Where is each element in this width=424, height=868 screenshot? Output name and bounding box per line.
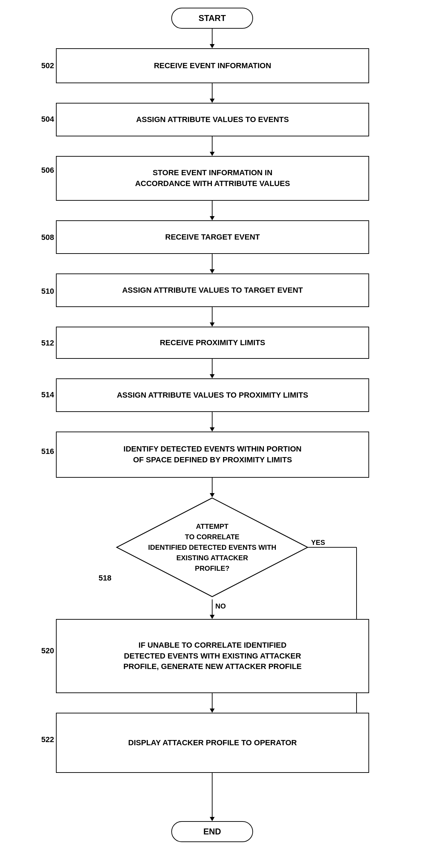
- svg-marker-14: [210, 322, 215, 327]
- svg-marker-8: [210, 152, 215, 156]
- step-522-box: DISPLAY ATTACKER PROFILE TO OPERATOR: [56, 713, 369, 773]
- step-520-box: IF UNABLE TO CORRELATE IDENTIFIEDDETECTE…: [56, 619, 369, 693]
- yes-label: YES: [311, 539, 325, 547]
- step-506-text: STORE EVENT INFORMATION INACCORDANCE WIT…: [135, 168, 290, 189]
- svg-marker-6: [210, 99, 215, 103]
- start-text: START: [199, 13, 226, 23]
- step-label-520: 520: [41, 646, 54, 655]
- main-flowchart: START 502 RECEIVE EVENT INFORMATION 504 …: [0, 0, 424, 868]
- step-522-text: DISPLAY ATTACKER PROFILE TO OPERATOR: [128, 738, 297, 748]
- step-label-508: 508: [41, 233, 54, 242]
- end-text: END: [203, 827, 221, 837]
- step-504-text: ASSIGN ATTRIBUTE VALUES TO EVENTS: [136, 114, 289, 125]
- svg-marker-22: [210, 615, 215, 619]
- svg-marker-16: [210, 374, 215, 378]
- step-label-514: 514: [41, 390, 54, 399]
- svg-marker-26: [210, 817, 215, 821]
- svg-marker-18: [210, 427, 215, 432]
- step-518-text: ATTEMPTTO CORRELATEIDENTIFIED DETECTED E…: [117, 498, 308, 597]
- svg-marker-4: [210, 44, 215, 48]
- step-512-box: RECEIVE PROXIMITY LIMITS: [56, 327, 369, 359]
- step-520-text: IF UNABLE TO CORRELATE IDENTIFIEDDETECTE…: [123, 640, 302, 672]
- step-510-box: ASSIGN ATTRIBUTE VALUES TO TARGET EVENT: [56, 273, 369, 307]
- step-label-504: 504: [41, 115, 54, 124]
- step-label-510: 510: [41, 287, 54, 296]
- step-label-506: 506: [41, 166, 54, 175]
- svg-marker-12: [210, 269, 215, 273]
- step-516-box: IDENTIFY DETECTED EVENTS WITHIN PORTIONO…: [56, 432, 369, 478]
- step-508-text: RECEIVE TARGET EVENT: [165, 232, 260, 243]
- svg-marker-24: [210, 709, 215, 713]
- step-510-text: ASSIGN ATTRIBUTE VALUES TO TARGET EVENT: [122, 285, 303, 296]
- step-516-text: IDENTIFY DETECTED EVENTS WITHIN PORTIONO…: [123, 444, 301, 465]
- step-514-box: ASSIGN ATTRIBUTE VALUES TO PROXIMITY LIM…: [56, 378, 369, 412]
- step-label-518: 518: [99, 574, 112, 583]
- step-502-box: RECEIVE EVENT INFORMATION: [56, 48, 369, 83]
- end-oval: END: [171, 821, 253, 842]
- start-oval: START: [171, 8, 253, 29]
- no-label: NO: [215, 602, 226, 610]
- step-504-box: ASSIGN ATTRIBUTE VALUES TO EVENTS: [56, 103, 369, 136]
- step-514-text: ASSIGN ATTRIBUTE VALUES TO PROXIMITY LIM…: [117, 390, 308, 401]
- step-512-text: RECEIVE PROXIMITY LIMITS: [160, 337, 265, 348]
- step-label-512: 512: [41, 339, 54, 348]
- step-506-box: STORE EVENT INFORMATION INACCORDANCE WIT…: [56, 156, 369, 201]
- svg-marker-20: [210, 493, 215, 497]
- step-label-502: 502: [41, 61, 54, 70]
- step-label-522: 522: [41, 735, 54, 744]
- step-508-box: RECEIVE TARGET EVENT: [56, 220, 369, 254]
- step-502-text: RECEIVE EVENT INFORMATION: [154, 61, 271, 71]
- step-label-516: 516: [41, 447, 54, 456]
- svg-marker-10: [210, 216, 215, 220]
